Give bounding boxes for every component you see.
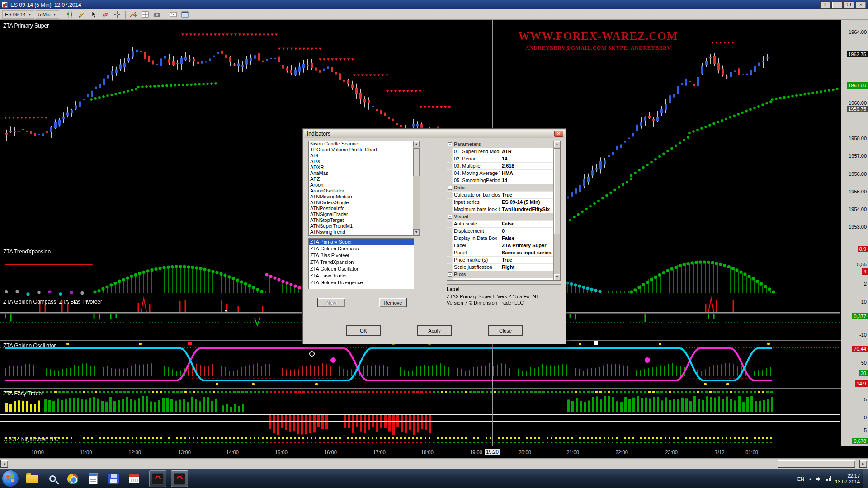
property-row[interactable]: 01. SuperTrend ModeATR [447,148,553,155]
property-row[interactable]: PanelSame as input series [447,249,553,257]
drawing-tools-button[interactable] [77,10,87,19]
tray-clock[interactable]: 22:17 13.07.2014 [835,473,860,485]
collapse-icon[interactable]: - [448,215,452,219]
price-scale[interactable]: 1964.001962.751961.001960.001959.751958.… [841,20,868,446]
property-value[interactable]: 2,618 [500,163,553,169]
selected-indicators-list[interactable]: ZTA Primary SuperZTA Golden CompassZTA B… [308,238,414,289]
data-grid-button[interactable] [140,10,151,19]
remove-button[interactable]: Remove [379,298,407,307]
language-indicator[interactable]: EN [797,476,804,482]
property-row[interactable]: 04. Moving Average TypeHMA [447,170,553,177]
property-category[interactable]: -Plots [447,271,553,278]
property-row[interactable]: Displacement0 [447,228,553,235]
indicator-list-item[interactable]: ATNSignalTrader [309,211,413,217]
property-row[interactable]: Calculate on bar closeTrue [447,192,553,199]
collapse-icon[interactable]: - [448,142,452,146]
selected-indicator-item[interactable]: ZTA Bias Pivoteer [309,252,414,259]
ok-button[interactable]: OK [346,325,381,336]
property-value[interactable]: ES 09-14 (5 Min) [500,199,553,206]
eraser-button[interactable] [100,10,111,19]
taskbar-ninjatrader-button-2[interactable] [171,470,188,487]
apply-button[interactable]: Apply [417,325,452,336]
selected-indicator-item[interactable]: ZTA Golden Divergence [309,279,414,286]
property-row[interactable]: Maximum bars look backTwoHundredFiftySix [447,206,553,213]
scroll-down-arrow[interactable]: ▼ [554,274,560,280]
indicator-list-item[interactable]: APZ [309,176,413,182]
property-value[interactable]: ATR [500,148,553,155]
instrument-dropdown[interactable]: ES 09-14▼ [2,10,34,19]
scrollbar-thumb[interactable] [778,460,855,468]
indicator-list-item[interactable]: ATNswingTrend [309,229,413,235]
property-row[interactable]: DownTrendTriangleDown; S [447,278,553,281]
property-row[interactable]: 02. Period14 [447,155,553,163]
indicator-list-item[interactable]: AroonOscillator [309,188,413,194]
property-value[interactable]: 14 [500,177,553,184]
property-value[interactable]: False [500,235,553,242]
indicator-list-item[interactable]: Aroon [309,182,413,188]
panel-separator[interactable] [0,388,868,389]
indicator-list-item[interactable]: ATNOrdersSingle [309,200,413,206]
property-category[interactable]: -Visual [447,213,553,221]
maximize-button[interactable]: ❐ [844,1,854,9]
taskbar-chrome-button[interactable] [64,470,81,487]
window-titlebar[interactable]: ES 09-14 (5 Min) 12.07.2014 L – ❐ × [0,0,868,9]
indicator-list-item[interactable]: ATNStopTarget [309,217,413,223]
selected-indicator-item[interactable]: ZTA Golden Oscillator [309,266,414,272]
property-value[interactable]: ZTA Primary Super [500,242,553,249]
indicator-list-item[interactable]: Nison Candle Scanner [309,141,413,147]
property-category[interactable]: -Data [447,184,553,192]
property-value[interactable]: 14 [500,155,553,162]
property-grid[interactable]: ▲ ▼ -Parameters01. SuperTrend ModeATR02.… [447,141,561,281]
property-grid-scrollbar[interactable]: ▲ ▼ [553,141,560,280]
indicator-list-item[interactable]: ADX [309,159,413,164]
network-icon[interactable] [826,476,831,481]
indicators-button[interactable] [128,10,139,19]
dialog-titlebar[interactable]: Indicators ✕ [304,130,565,138]
indicator-list-item[interactable]: ADXR [309,164,413,170]
scrollbar-thumb[interactable] [413,148,420,176]
indicator-list-item[interactable]: AnaMas [309,170,413,176]
minimize-button[interactable]: – [832,1,843,9]
property-value[interactable]: 0 [500,228,553,235]
indicator-list-item[interactable]: TPO and Volume Profile Chart [309,147,413,153]
indicator-list-item[interactable]: ATNPostionInfo [309,206,413,211]
time-axis[interactable]: 10:0011:0012:0013:0014:0015:0016:0017:00… [0,446,868,458]
property-row[interactable]: LabelZTA Primary Super [447,242,553,249]
taskbar-search-button[interactable] [44,470,61,487]
scroll-up-arrow[interactable]: ▲ [413,141,420,147]
selected-indicator-item[interactable]: ZTA Easy Trader [309,272,414,279]
scroll-left-arrow[interactable]: ◄ [0,460,8,468]
property-row[interactable]: 03. Multiplier2,618 [447,163,553,170]
snapshot-button[interactable] [152,10,162,19]
property-value[interactable]: TwoHundredFiftySix [500,206,553,213]
show-desktop-button[interactable] [863,469,868,488]
dialog-close-button[interactable]: ✕ [554,131,563,137]
mail-button[interactable] [168,10,179,19]
scroll-up-arrow[interactable]: ▲ [554,141,560,147]
available-indicators-list[interactable]: ▲ ▼ Nison Candle ScannerTPO and Volume P… [308,141,420,236]
speaker-icon[interactable] [816,476,822,482]
taskbar-explorer-button[interactable] [24,470,41,487]
property-row[interactable]: Auto scaleFalse [447,221,553,228]
selected-indicator-item[interactable]: ZTA Golden Compass [309,245,414,252]
selected-indicator-item[interactable]: ZTA TrendXpansion [309,259,414,266]
taskbar-ninjatrader-button[interactable] [149,470,166,487]
crosshair-button[interactable] [112,10,123,19]
close-button[interactable]: × [855,1,866,9]
taskbar-calendar-button[interactable] [125,470,142,487]
property-category[interactable]: -Parameters [447,141,553,148]
property-row[interactable]: Input seriesES 09-14 (5 Min) [447,199,553,206]
link-button[interactable]: L [820,1,831,9]
indicator-list-item[interactable]: ATNSuperTrendM1 [309,223,413,229]
property-value[interactable]: True [500,192,553,198]
indicator-list-item[interactable]: ATNMovingMedian [309,194,413,200]
property-row[interactable]: Price marker(s)True [447,257,553,264]
indicator-list-item[interactable]: ADL [309,153,413,159]
property-value[interactable]: False [500,221,553,227]
taskbar-save-button[interactable] [105,470,122,487]
period-dropdown[interactable]: 5 Min▼ [36,10,59,19]
cursor-button[interactable] [89,10,99,19]
scroll-right-arrow[interactable]: ► [859,460,867,468]
property-row[interactable]: Scale justificationRight [447,264,553,271]
property-value[interactable]: Right [500,264,553,271]
